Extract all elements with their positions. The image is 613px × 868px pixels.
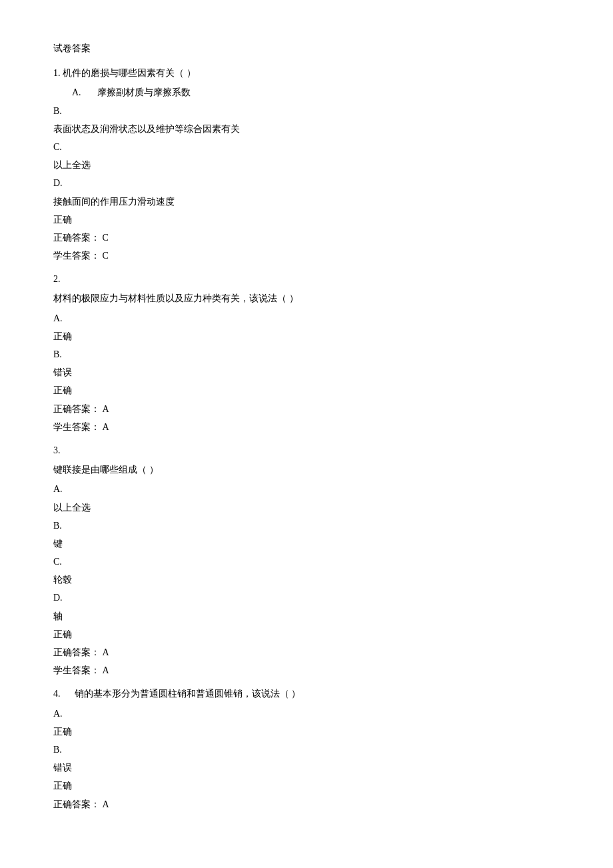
question-3: 3. 键联接是由哪些组成（ ） A. 以上全选 B. 键 C. 轮毂 D. 轴 …: [53, 442, 560, 679]
question-3-text: 3.: [53, 442, 560, 459]
question-1-option-d-content: 接触面间的作用压力滑动速度: [53, 193, 560, 210]
question-1-option-a: A. 摩擦副材质与摩擦系数: [53, 84, 560, 101]
question-1-option-c-letter: C.: [53, 139, 560, 155]
question-2-correct-answer: 正确答案： A: [53, 401, 560, 417]
question-2-body: 材料的极限应力与材料性质以及应力种类有关，该说法（ ）: [53, 290, 560, 307]
question-1-option-d-letter: D.: [53, 175, 560, 191]
question-4-option-a-letter: A.: [53, 705, 560, 722]
question-2-option-a-letter: A.: [53, 310, 560, 327]
page-title: 试卷答案: [53, 40, 560, 57]
question-3-option-c-letter: C.: [53, 553, 560, 570]
question-3-option-b-content: 键: [53, 535, 560, 552]
question-3-body: 键联接是由哪些组成（ ）: [53, 461, 560, 478]
question-1-student-answer: 学生答案： C: [53, 247, 560, 264]
question-2-text: 2.: [53, 271, 560, 287]
question-4-result: 正确: [53, 777, 560, 794]
question-1-option-b-letter: B.: [53, 103, 560, 119]
question-3-student-answer: 学生答案： A: [53, 662, 560, 679]
question-3-option-c-content: 轮毂: [53, 571, 560, 588]
question-1: 1. 机件的磨损与哪些因素有关（ ） A. 摩擦副材质与摩擦系数 B. 表面状态…: [53, 65, 560, 264]
question-4-option-b-content: 错误: [53, 759, 560, 776]
question-2-result: 正确: [53, 382, 560, 399]
question-4-option-b-letter: B.: [53, 741, 560, 758]
question-1-option-b-content: 表面状态及润滑状态以及维护等综合因素有关: [53, 121, 560, 137]
question-3-option-a-letter: A.: [53, 481, 560, 497]
question-4: 4. 销的基本形分为普通圆柱销和普通圆锥销，该说法（ ） A. 正确 B. 错误…: [53, 685, 560, 812]
question-4-option-a-content: 正确: [53, 723, 560, 740]
question-4-text: 4. 销的基本形分为普通圆柱销和普通圆锥销，该说法（ ）: [53, 685, 560, 702]
question-3-result: 正确: [53, 626, 560, 643]
question-4-correct-answer: 正确答案： A: [53, 796, 560, 813]
question-1-text: 1. 机件的磨损与哪些因素有关（ ）: [53, 65, 560, 81]
question-2: 2. 材料的极限应力与材料性质以及应力种类有关，该说法（ ） A. 正确 B. …: [53, 271, 560, 435]
question-3-option-d-content: 轴: [53, 608, 560, 625]
question-2-student-answer: 学生答案： A: [53, 419, 560, 435]
question-2-option-a-content: 正确: [53, 328, 560, 345]
question-1-correct-answer: 正确答案： C: [53, 229, 560, 246]
question-3-correct-answer: 正确答案： A: [53, 644, 560, 661]
question-1-result: 正确: [53, 211, 560, 228]
question-2-option-b-content: 错误: [53, 364, 560, 381]
question-3-option-d-letter: D.: [53, 589, 560, 606]
question-3-option-a-content: 以上全选: [53, 499, 560, 516]
question-1-option-c-content: 以上全选: [53, 157, 560, 173]
question-2-option-b-letter: B.: [53, 346, 560, 363]
question-3-option-b-letter: B.: [53, 517, 560, 534]
